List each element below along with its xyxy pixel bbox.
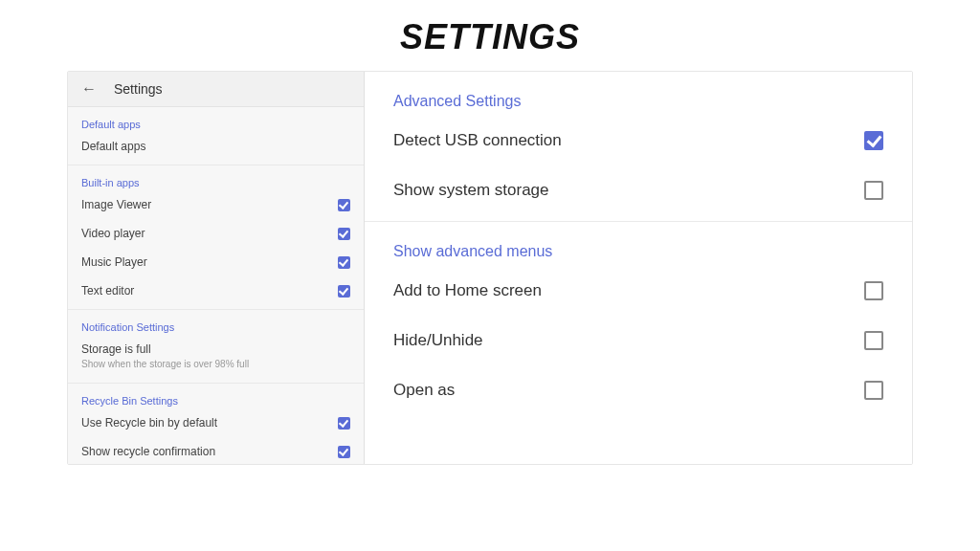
item-hide-unhide[interactable]: Hide/Unhide [393,316,883,365]
checkbox-icon[interactable] [864,381,883,400]
item-label: Video player [81,227,145,240]
item-video-player[interactable]: Video player [68,219,364,248]
left-header: ← Settings [68,72,364,107]
page-heading: SETTINGS [0,0,980,71]
section-advanced-menus-title: Show advanced menus [393,222,883,266]
item-subtext: Show when the storage is over 98% full [81,359,350,369]
checkbox-icon[interactable] [338,199,350,211]
item-label: Storage is full [81,342,350,356]
item-storage-full[interactable]: Storage is full Show when the storage is… [68,335,364,379]
item-open-as[interactable]: Open as [393,365,883,415]
back-arrow-icon[interactable]: ← [81,81,97,97]
item-label: Show system storage [393,181,549,200]
section-recycle-title: Recycle Bin Settings [68,384,364,408]
item-use-recycle[interactable]: Use Recycle bin by default [68,408,364,437]
item-text-editor[interactable]: Text editor [68,276,364,305]
left-header-title: Settings [114,81,163,97]
checkbox-icon[interactable] [864,131,883,150]
checkbox-icon[interactable] [864,331,883,350]
item-show-recycle-confirm[interactable]: Show recycle confirmation [68,437,364,465]
item-detect-usb[interactable]: Detect USB connection [393,116,883,165]
checkbox-icon[interactable] [864,281,883,300]
checkbox-icon[interactable] [864,181,883,200]
section-default-apps-title: Default apps [68,107,364,132]
checkbox-icon[interactable] [338,285,350,298]
item-label: Text editor [81,284,134,298]
item-label: Add to Home screen [393,281,542,300]
item-label: Music Player [81,255,147,269]
right-panel: Advanced Settings Detect USB connection … [365,72,912,464]
settings-frame: ← Settings Default apps Default apps Bui… [67,71,913,465]
checkbox-icon[interactable] [338,256,350,269]
item-default-apps[interactable]: Default apps [68,132,364,161]
item-image-viewer[interactable]: Image Viewer [68,190,364,219]
item-add-home[interactable]: Add to Home screen [393,266,883,316]
checkbox-icon[interactable] [338,228,350,240]
item-label: Open as [393,381,455,400]
item-label: Image Viewer [81,198,151,211]
item-label: Show recycle confirmation [81,445,215,458]
checkbox-icon[interactable] [338,417,350,430]
section-advanced-settings-title: Advanced Settings [393,72,883,116]
section-notification-title: Notification Settings [68,310,364,335]
item-label: Detect USB connection [393,131,562,150]
item-music-player[interactable]: Music Player [68,248,364,276]
item-label: Default apps [81,140,145,153]
item-show-system-storage[interactable]: Show system storage [393,165,883,215]
checkbox-icon[interactable] [338,446,350,458]
item-label: Hide/Unhide [393,331,483,350]
left-panel: ← Settings Default apps Default apps Bui… [68,72,365,464]
section-builtin-apps-title: Built-in apps [68,165,364,190]
item-label: Use Recycle bin by default [81,416,217,430]
